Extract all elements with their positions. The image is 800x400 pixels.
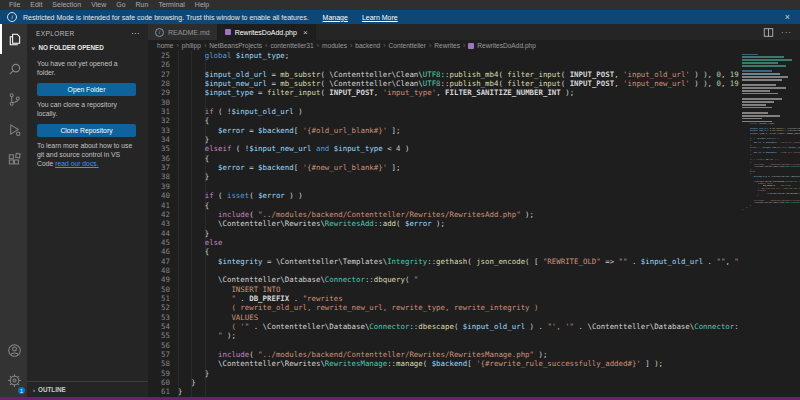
code-line: $input_new_url = mb_substr( \Contenttell…: [178, 79, 739, 88]
more-actions-icon[interactable]: ···: [781, 28, 792, 37]
banner-close-icon[interactable]: ×: [782, 13, 793, 22]
code-line: [178, 182, 739, 191]
menu-view[interactable]: View: [86, 0, 111, 10]
source-control-icon: [7, 92, 22, 107]
breadcrumb-item[interactable]: Contentteller: [389, 42, 426, 49]
banner-message: Restricted Mode is intended for safe cod…: [23, 14, 309, 21]
code-line: {: [178, 154, 739, 163]
code-line: }: [178, 387, 739, 396]
breadcrumb-item[interactable]: NetBeansProjects: [209, 42, 262, 49]
settings-badge: 1: [18, 387, 25, 394]
read-our-docs-link[interactable]: read our docs.: [55, 160, 98, 167]
tab-bar: i README.md RewritesDoAdd.php × ···: [148, 24, 800, 40]
code-line: \Contentteller\Rewrites\RewritesAdd::add…: [178, 219, 739, 228]
breadcrumb-separator: ›: [265, 42, 267, 49]
breadcrumb-item[interactable]: home: [157, 42, 174, 49]
code-line: }: [178, 135, 739, 144]
breadcrumb-separator: ›: [429, 42, 431, 49]
code-line: if ( isset( $error ) ): [178, 191, 739, 200]
code-line: \Contentteller\Rewrites\RewritesManage::…: [178, 359, 739, 368]
menu-go[interactable]: Go: [111, 0, 130, 10]
menu-terminal[interactable]: Terminal: [153, 0, 189, 10]
outline-section-header[interactable]: › OUTLINE: [27, 381, 148, 397]
code-line: [178, 266, 739, 275]
code-line: \Contentteller\Database\Connector::dbque…: [178, 275, 739, 284]
code-line: ( rewrite_old_url, rewrite_new_url, rewr…: [178, 303, 739, 312]
code-content[interactable]: global $input_type; $input_old_url = mb_…: [178, 51, 739, 397]
code-line: global $input_type;: [178, 51, 739, 60]
sidebar-item-explorer[interactable]: [0, 24, 27, 54]
no-folder-text: You have not yet opened a folder.: [37, 60, 136, 77]
code-line: VALUES: [178, 313, 739, 322]
breadcrumb-item[interactable]: RewritesDoAdd.php: [477, 42, 536, 49]
markdown-icon: i: [155, 28, 164, 37]
tab-close-icon[interactable]: ×: [303, 28, 308, 37]
menu-help[interactable]: Help: [190, 0, 214, 10]
code-line: else: [178, 238, 739, 247]
code-line: " );: [178, 331, 739, 340]
settings-gear-icon: [7, 373, 22, 388]
menu-selection[interactable]: Selection: [47, 0, 86, 10]
php-icon: [225, 29, 231, 35]
code-area: 2526272829303132333435363738394041424344…: [148, 51, 800, 397]
breadcrumb-item[interactable]: philipp: [182, 42, 201, 49]
breadcrumb-separator: ›: [177, 42, 179, 49]
settings-button[interactable]: 1: [0, 365, 27, 395]
account-button[interactable]: [0, 335, 27, 365]
split-editor-icon[interactable]: [763, 27, 774, 38]
clone-repository-button[interactable]: Clone Repository: [37, 124, 136, 137]
tab-rewritesdoadd[interactable]: RewritesDoAdd.php ×: [218, 24, 316, 40]
sidebar-title: EXPLORER: [36, 30, 75, 37]
breadcrumb-separator: ›: [317, 42, 319, 49]
code-line: INSERT INTO: [178, 285, 739, 294]
minimap[interactable]: global $input_type; $input_old_url = mb_…: [739, 51, 800, 397]
sidebar-more-icon[interactable]: ⋯: [131, 29, 140, 38]
breadcrumb-item[interactable]: modules: [322, 42, 347, 49]
code-line: $error = $backend[ '{#new_url_blank#}' ]…: [178, 163, 739, 172]
explorer-sidebar: EXPLORER ⋯ ∨ NO FOLDER OPENED You have n…: [27, 24, 148, 397]
clone-text: You can clone a repository locally.: [37, 101, 136, 118]
editor-group: i README.md RewritesDoAdd.php × ··· hom: [148, 24, 800, 397]
code-line: include( "../modules/backend/Contenttell…: [178, 350, 739, 359]
breadcrumb-item[interactable]: Rewrites: [434, 42, 460, 49]
breadcrumb-item[interactable]: backend: [355, 42, 380, 49]
breadcrumb-separator: ›: [383, 42, 385, 49]
code-line: }: [178, 378, 739, 387]
restricted-mode-banner: i Restricted Mode is intended for safe c…: [0, 10, 800, 24]
code-line: elseif ( !$input_new_url and $input_type…: [178, 144, 739, 153]
account-icon: [7, 343, 22, 358]
breadcrumb[interactable]: home›philipp›NetBeansProjects›contenttel…: [148, 40, 800, 51]
info-icon: i: [7, 12, 17, 22]
run-debug-icon: [7, 122, 22, 137]
line-numbers: 2526272829303132333435363738394041424344…: [148, 51, 178, 397]
git-help-text: To learn more about how to use git and s…: [37, 142, 136, 168]
sidebar-item-run-debug[interactable]: [0, 114, 27, 144]
sidebar-item-search[interactable]: [0, 54, 27, 84]
learn-more-link[interactable]: Learn More: [362, 14, 398, 21]
code-line: $error = $backend[ '{#old_url_blank#}' ]…: [178, 126, 739, 135]
code-line: " . DB_PREFIX . "rewrites: [178, 294, 739, 303]
vscode-window: FileEditSelectionViewGoRunTerminalHelp i…: [0, 0, 800, 400]
code-line: }: [178, 369, 739, 378]
tab-readme[interactable]: i README.md: [148, 24, 218, 40]
breadcrumb-separator: ›: [204, 42, 206, 49]
code-line: [178, 60, 739, 69]
chevron-right-icon: ›: [33, 387, 35, 392]
manage-link[interactable]: Manage: [323, 14, 348, 21]
section-no-folder-opened[interactable]: ∨ NO FOLDER OPENED: [27, 41, 148, 53]
menu-edit[interactable]: Edit: [25, 0, 47, 10]
sidebar-item-source-control[interactable]: [0, 84, 27, 114]
breadcrumb-separator: ›: [350, 42, 352, 49]
sidebar-item-extensions[interactable]: [0, 144, 27, 174]
code-line: include( "../modules/backend/Contenttell…: [178, 210, 739, 219]
breadcrumb-item[interactable]: contentteller31: [270, 42, 313, 49]
php-icon: [468, 43, 474, 49]
open-folder-button[interactable]: Open Folder: [37, 83, 136, 96]
menu-file[interactable]: File: [4, 0, 25, 10]
files-icon: [7, 32, 22, 47]
menu-run[interactable]: Run: [131, 0, 154, 10]
code-line: $input_old_url = mb_substr( \Contenttell…: [178, 70, 739, 79]
code-line: [178, 341, 739, 350]
code-line: {: [178, 116, 739, 125]
code-line: if ( !$input_old_url ): [178, 107, 739, 116]
